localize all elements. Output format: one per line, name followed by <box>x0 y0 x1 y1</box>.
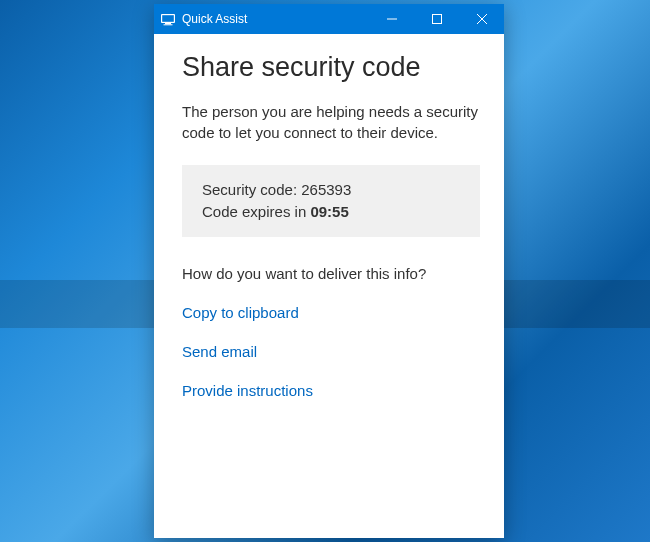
send-email-link[interactable]: Send email <box>182 343 480 360</box>
quick-assist-window: Quick Assist Share security code The per… <box>154 4 504 538</box>
svg-rect-2 <box>165 23 171 24</box>
expires-line: Code expires in 09:55 <box>202 201 460 223</box>
app-icon <box>160 11 176 27</box>
titlebar[interactable]: Quick Assist <box>154 4 504 34</box>
expires-value: 09:55 <box>310 203 348 220</box>
page-heading: Share security code <box>182 52 480 83</box>
provide-instructions-link[interactable]: Provide instructions <box>182 382 480 399</box>
security-code-box: Security code: 265393 Code expires in 09… <box>182 165 480 237</box>
svg-rect-5 <box>432 15 441 24</box>
security-code-value: 265393 <box>301 181 351 198</box>
maximize-button[interactable] <box>414 4 459 34</box>
svg-rect-1 <box>162 15 174 22</box>
minimize-button[interactable] <box>369 4 414 34</box>
deliver-question: How do you want to deliver this info? <box>182 265 480 282</box>
expires-label: Code expires in <box>202 203 310 220</box>
titlebar-title: Quick Assist <box>182 12 247 26</box>
security-code-label: Security code: <box>202 181 301 198</box>
svg-rect-3 <box>164 24 173 25</box>
copy-to-clipboard-link[interactable]: Copy to clipboard <box>182 304 480 321</box>
security-code-line: Security code: 265393 <box>202 179 460 201</box>
page-description: The person you are helping needs a secur… <box>182 101 480 143</box>
close-button[interactable] <box>459 4 504 34</box>
content-area: Share security code The person you are h… <box>154 34 504 538</box>
